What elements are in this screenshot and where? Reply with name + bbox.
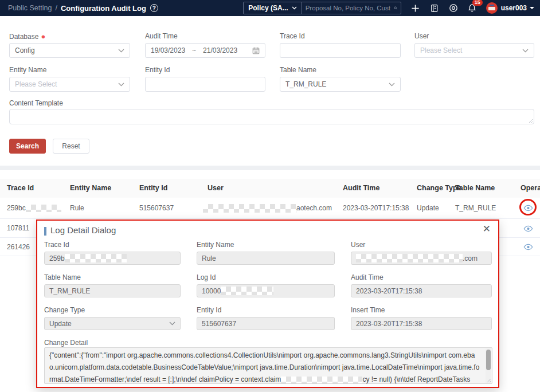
cell-trace-id: 107811 bbox=[7, 219, 29, 238]
col-user[interactable]: User bbox=[208, 179, 224, 198]
search-icon[interactable] bbox=[394, 4, 397, 12]
table-name-label: Table Name bbox=[280, 66, 316, 74]
cell-audit-time: 2023-03-20T17:15:38 bbox=[343, 198, 409, 218]
redacted-text bbox=[356, 254, 463, 262]
dlg-user-field[interactable]: .com bbox=[351, 252, 492, 265]
table-name-value: T_RM_RULE bbox=[285, 80, 326, 88]
dlg-change-detail-textarea[interactable]: {"content":{"from":"import org.apache.co… bbox=[44, 347, 492, 384]
resize-grip[interactable] bbox=[527, 117, 533, 123]
breadcrumb-section[interactable]: Public Setting bbox=[8, 4, 52, 12]
user-select[interactable]: Please Select bbox=[414, 43, 534, 58]
dlg-trace-id-field[interactable]: 259b bbox=[44, 252, 181, 265]
dlg-audit-time-label: Audit Time bbox=[351, 273, 492, 281]
redacted-text bbox=[281, 377, 362, 383]
close-icon[interactable]: ✕ bbox=[483, 223, 491, 235]
notification-badge: 15 bbox=[472, 0, 483, 6]
cell-change-type: Update bbox=[417, 198, 439, 218]
chevron-down-icon bbox=[389, 83, 395, 87]
entity-name-select[interactable]: Please Select bbox=[9, 77, 130, 92]
username-label[interactable]: user003 bbox=[501, 4, 527, 12]
top-nav: Public Setting / Configuration Audit Log… bbox=[0, 0, 540, 16]
entity-id-input-wrap bbox=[145, 77, 265, 92]
trace-id-label: Trace Id bbox=[280, 32, 305, 40]
calendar-icon[interactable] bbox=[252, 47, 260, 54]
user-placeholder: Please Select bbox=[420, 46, 462, 54]
page-title: Configuration Audit Log bbox=[61, 4, 146, 13]
user-avatar[interactable] bbox=[486, 2, 498, 14]
dlg-change-type-select[interactable]: Update bbox=[44, 317, 181, 330]
user-menu-caret-icon[interactable] bbox=[530, 7, 534, 9]
dlg-entity-id-field[interactable]: 515607637 bbox=[197, 317, 335, 330]
chevron-down-icon bbox=[118, 49, 124, 53]
entity-id-input[interactable] bbox=[151, 80, 260, 88]
entity-name-label: Entity Name bbox=[9, 66, 46, 74]
scrollbar-thumb[interactable] bbox=[486, 350, 491, 370]
audit-time-label: Audit Time bbox=[145, 32, 178, 40]
cell-entity-name: Rule bbox=[70, 198, 84, 218]
redacted-text bbox=[221, 287, 273, 295]
content-template-textarea[interactable] bbox=[9, 109, 534, 124]
search-scope-label: Policy (SA... bbox=[248, 4, 288, 12]
range-separator: ~ bbox=[192, 46, 196, 54]
database-label: Database● bbox=[9, 32, 45, 41]
global-search bbox=[302, 2, 401, 14]
chevron-down-icon bbox=[522, 49, 529, 53]
dlg-insert-time-field[interactable]: 2023-03-20T17:15:38 bbox=[351, 317, 492, 330]
dialog-title-accent-bar bbox=[44, 227, 46, 236]
audit-time-range-picker[interactable]: 19/03/2023 ~ 21/03/2023 bbox=[145, 43, 265, 58]
dlg-change-type-label: Change Type bbox=[44, 306, 181, 314]
table-name-select[interactable]: T_RM_RULE bbox=[280, 77, 401, 92]
search-scope-select[interactable]: Policy (SA... bbox=[244, 2, 302, 14]
redacted-text bbox=[203, 204, 296, 213]
col-change-type[interactable]: Change Type bbox=[417, 179, 461, 198]
dlg-entity-id-label: Entity Id bbox=[197, 306, 335, 314]
required-dot: ● bbox=[41, 32, 45, 41]
notifications-bell-icon[interactable]: 15 bbox=[468, 3, 477, 13]
dlg-log-id-field[interactable]: 10000 bbox=[197, 284, 335, 297]
help-icon[interactable]: ? bbox=[150, 4, 158, 12]
dlg-entity-name-field[interactable]: Rule bbox=[197, 252, 335, 265]
dlg-user-label: User bbox=[351, 241, 492, 249]
global-search-input[interactable] bbox=[306, 5, 394, 11]
add-icon[interactable] bbox=[411, 3, 420, 13]
dlg-entity-name-label: Entity Name bbox=[197, 241, 335, 249]
database-select[interactable]: Config bbox=[9, 43, 130, 58]
dlg-change-type-value: Update bbox=[49, 320, 72, 328]
global-search-bar: Policy (SA... bbox=[243, 2, 401, 14]
col-audit-time[interactable]: Audit Time bbox=[343, 179, 379, 198]
trace-id-input-wrap bbox=[280, 43, 401, 58]
dialog-title: Log Detail Dialog bbox=[50, 225, 116, 235]
view-detail-icon[interactable] bbox=[523, 203, 533, 213]
view-detail-icon[interactable] bbox=[523, 242, 533, 252]
table-header-row: Trace Id Entity Name Entity Id User Audi… bbox=[0, 179, 540, 198]
content-template-label: Content Template bbox=[9, 99, 63, 107]
user-label: User bbox=[414, 32, 429, 40]
cell-entity-id: 515607637 bbox=[139, 198, 174, 218]
redacted-text bbox=[26, 205, 61, 212]
journal-icon[interactable] bbox=[430, 3, 439, 13]
entity-id-label: Entity Id bbox=[145, 66, 170, 74]
configuration-audit-log-page: Public Setting / Configuration Audit Log… bbox=[0, 0, 540, 392]
trace-id-input[interactable] bbox=[285, 46, 395, 54]
col-trace-id[interactable]: Trace Id bbox=[7, 179, 34, 198]
col-table-name[interactable]: Table Name bbox=[455, 179, 495, 198]
view-detail-icon[interactable] bbox=[523, 224, 533, 233]
table-row[interactable]: 259bc Rule 515607637 aotech.com 2023-03-… bbox=[0, 198, 540, 218]
target-icon[interactable] bbox=[449, 3, 458, 13]
dlg-table-name-field[interactable]: T_RM_RULE bbox=[44, 284, 181, 297]
chevron-down-icon bbox=[169, 322, 175, 326]
change-detail-text: cy != null) {\n\tdef ReportDateTasks bbox=[362, 375, 470, 383]
cell-trace-id: 261426 bbox=[7, 238, 30, 256]
chevron-down-icon bbox=[292, 6, 297, 10]
col-entity-name[interactable]: Entity Name bbox=[70, 179, 111, 198]
reset-button[interactable]: Reset bbox=[53, 139, 89, 154]
search-button[interactable]: Search bbox=[9, 139, 46, 154]
chevron-down-icon bbox=[118, 83, 124, 87]
audit-time-from[interactable]: 19/03/2023 bbox=[151, 46, 185, 54]
dlg-insert-time-label: Insert Time bbox=[351, 306, 492, 314]
section-divider bbox=[0, 166, 540, 170]
dlg-audit-time-field[interactable]: 2023-03-20T17:15:38 bbox=[351, 284, 492, 297]
col-entity-id[interactable]: Entity Id bbox=[139, 179, 167, 198]
audit-time-to[interactable]: 21/03/2023 bbox=[203, 46, 237, 54]
col-operation[interactable]: Operation bbox=[521, 179, 540, 198]
